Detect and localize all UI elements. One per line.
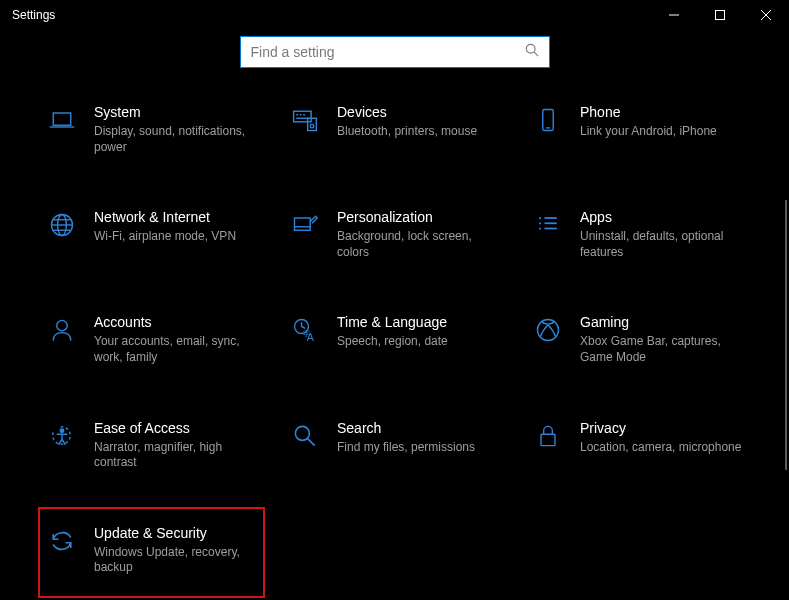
magnifier-icon [289,420,321,452]
tile-desc: Your accounts, email, sync, work, family [94,334,257,365]
svg-rect-40 [541,434,555,445]
sync-icon [46,525,78,557]
tile-desc: Display, sound, notifications, power [94,124,257,155]
tile-title: Search [337,420,500,436]
svg-rect-6 [53,113,71,125]
scrollbar[interactable] [785,200,787,470]
tile-desc: Link your Android, iPhone [580,124,743,140]
tile-accounts[interactable]: Accounts Your accounts, email, sync, wor… [40,308,263,371]
tile-devices[interactable]: Devices Bluetooth, printers, mouse [283,98,506,161]
xbox-icon [532,314,564,346]
accessibility-icon [46,420,78,452]
tile-title: Network & Internet [94,209,257,225]
tile-desc: Uninstall, defaults, optional features [580,229,743,260]
svg-point-14 [310,124,314,128]
tile-desc: Background, lock screen, colors [337,229,500,260]
tile-network[interactable]: Network & Internet Wi-Fi, airplane mode,… [40,203,263,266]
tile-apps[interactable]: Apps Uninstall, defaults, optional featu… [526,203,749,266]
tile-title: System [94,104,257,120]
tile-title: Time & Language [337,314,500,330]
svg-point-30 [57,321,68,332]
clock-letter-icon: A字 [289,314,321,346]
tile-title: Gaming [580,314,743,330]
tile-desc: Location, camera, microphone [580,440,743,456]
tile-title: Ease of Access [94,420,257,436]
laptop-icon [46,104,78,136]
window-controls [651,0,789,30]
svg-line-39 [308,438,315,445]
search-input[interactable] [251,44,525,60]
titlebar: Settings [0,0,789,30]
tile-desc: Bluetooth, printers, mouse [337,124,500,140]
svg-line-33 [302,327,306,329]
tile-title: Update & Security [94,525,257,541]
settings-grid: System Display, sound, notifications, po… [0,98,789,582]
svg-text:字: 字 [303,331,310,338]
paintbrush-icon [289,209,321,241]
window-title: Settings [12,8,55,22]
tile-desc: Windows Update, recovery, backup [94,545,257,576]
lock-icon [532,420,564,452]
maximize-button[interactable] [697,0,743,30]
tile-system[interactable]: System Display, sound, notifications, po… [40,98,263,161]
tile-title: Phone [580,104,743,120]
globe-icon [46,209,78,241]
tile-desc: Speech, region, date [337,334,500,350]
tile-gaming[interactable]: Gaming Xbox Game Bar, captures, Game Mod… [526,308,749,371]
tile-phone[interactable]: Phone Link your Android, iPhone [526,98,749,161]
tile-desc: Find my files, permissions [337,440,500,456]
search-box[interactable] [240,36,550,68]
svg-rect-1 [716,11,725,20]
svg-point-36 [538,320,559,341]
svg-rect-8 [294,111,312,122]
search-container [0,36,789,68]
svg-line-5 [534,52,538,56]
svg-point-4 [526,44,535,53]
tile-desc: Wi-Fi, airplane mode, VPN [94,229,257,245]
tile-title: Accounts [94,314,257,330]
minimize-button[interactable] [651,0,697,30]
tile-search[interactable]: Search Find my files, permissions [283,414,506,477]
tile-ease-of-access[interactable]: Ease of Access Narrator, magnifier, high… [40,414,263,477]
tile-personalization[interactable]: Personalization Background, lock screen,… [283,203,506,266]
svg-point-37 [60,429,64,433]
search-icon [525,43,539,61]
list-icon [532,209,564,241]
tile-title: Personalization [337,209,500,225]
tile-desc: Xbox Game Bar, captures, Game Mode [580,334,743,365]
tile-title: Devices [337,104,500,120]
tile-update-security[interactable]: Update & Security Windows Update, recove… [38,507,265,598]
svg-rect-22 [295,218,311,230]
tile-privacy[interactable]: Privacy Location, camera, microphone [526,414,749,477]
tile-title: Apps [580,209,743,225]
person-icon [46,314,78,346]
tile-time-language[interactable]: A字 Time & Language Speech, region, date [283,308,506,371]
close-button[interactable] [743,0,789,30]
keyboard-speaker-icon [289,104,321,136]
svg-point-38 [295,426,309,440]
phone-icon [532,104,564,136]
tile-desc: Narrator, magnifier, high contrast [94,440,257,471]
tile-title: Privacy [580,420,743,436]
